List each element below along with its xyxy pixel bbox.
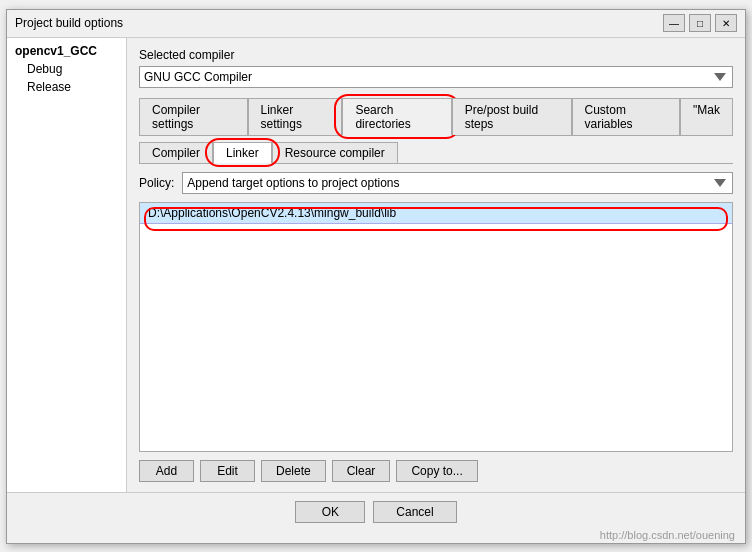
sidebar-item-release[interactable]: Release [7,78,126,96]
dir-list-item[interactable]: D:\Applications\OpenCV2.4.13\mingw_build… [140,203,732,224]
sidebar: opencv1_GCC Debug Release [7,38,127,492]
clear-button[interactable]: Clear [332,460,391,482]
policy-label: Policy: [139,176,174,190]
inner-tabs: Compiler Linker Resource compiler [139,142,733,164]
edit-button[interactable]: Edit [200,460,255,482]
delete-button[interactable]: Delete [261,460,326,482]
compiler-dropdown[interactable]: GNU GCC Compiler [139,66,733,88]
tab-linker-settings[interactable]: Linker settings [248,98,343,135]
tab-pre-post-build[interactable]: Pre/post build steps [452,98,572,135]
close-button[interactable]: ✕ [715,14,737,32]
title-bar-controls: — □ ✕ [663,14,737,32]
sidebar-item-opencv[interactable]: opencv1_GCC [7,42,126,60]
project-build-options-dialog: Project build options — □ ✕ opencv1_GCC … [6,9,746,544]
tab-inner-compiler[interactable]: Compiler [139,142,213,163]
window-body: opencv1_GCC Debug Release Selected compi… [7,38,745,492]
cancel-button[interactable]: Cancel [373,501,456,523]
tab-inner-linker[interactable]: Linker [213,142,272,164]
tab-custom-variables[interactable]: Custom variables [572,98,681,135]
tab-make[interactable]: "Mak [680,98,733,135]
watermark: http://blog.csdn.net/ouening [7,529,745,543]
directory-list-wrapper: D:\Applications\OpenCV2.4.13\mingw_build… [139,194,733,452]
tab-search-directories[interactable]: Search directories [342,98,451,136]
action-buttons: Add Edit Delete Clear Copy to... [139,460,733,482]
outer-tabs: Compiler settings Linker settings Search… [139,98,733,136]
main-content: Selected compiler GNU GCC Compiler Compi… [127,38,745,492]
ok-button[interactable]: OK [295,501,365,523]
title-bar: Project build options — □ ✕ [7,10,745,38]
sidebar-item-debug[interactable]: Debug [7,60,126,78]
policy-dropdown[interactable]: Append target options to project options [182,172,733,194]
bottom-buttons: OK Cancel [7,492,745,529]
add-button[interactable]: Add [139,460,194,482]
window-title: Project build options [15,16,123,30]
minimize-button[interactable]: — [663,14,685,32]
tab-compiler-settings[interactable]: Compiler settings [139,98,248,135]
tab-inner-resource-compiler[interactable]: Resource compiler [272,142,398,163]
policy-row: Policy: Append target options to project… [139,172,733,194]
selected-compiler-label: Selected compiler [139,48,733,62]
directory-list: D:\Applications\OpenCV2.4.13\mingw_build… [139,202,733,452]
maximize-button[interactable]: □ [689,14,711,32]
copy-to-button[interactable]: Copy to... [396,460,477,482]
